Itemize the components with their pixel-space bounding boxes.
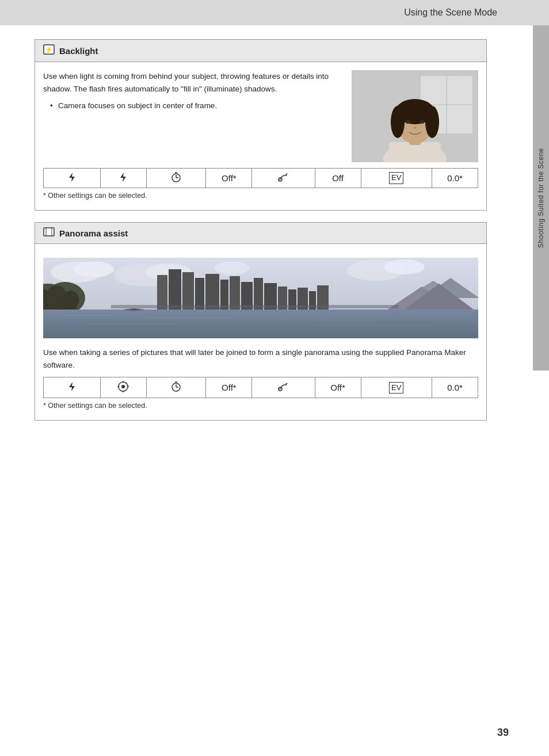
panorama-body: Use when taking a series of pictures tha…	[35, 244, 486, 420]
panorama-setting-flash-icon	[44, 377, 101, 398]
panorama-description: Use when taking a series of pictures tha…	[43, 346, 478, 371]
svg-rect-39	[169, 269, 181, 310]
side-tab-label: Shooting Suited for the Scene	[537, 148, 545, 248]
panorama-setting-macro-value: Off*	[315, 377, 361, 398]
backlight-body: Use when light is coming from behind you…	[35, 62, 486, 210]
panorama-footnote: * Other settings can be selected.	[43, 402, 478, 410]
svg-point-70	[121, 385, 125, 388]
svg-rect-42	[205, 274, 219, 310]
svg-point-13	[406, 120, 410, 124]
panorama-title: Panorama assist	[59, 228, 128, 238]
svg-text:⚡: ⚡	[45, 45, 53, 54]
backlight-bullets: Camera focuses on subject in center of f…	[43, 100, 342, 112]
backlight-setting-timer-value: Off*	[206, 169, 252, 188]
svg-marker-16	[69, 173, 75, 182]
svg-rect-46	[254, 278, 263, 310]
backlight-settings-table: Off* Off EV 0.0*	[43, 168, 478, 188]
backlight-bullet-1: Camera focuses on subject in center of f…	[50, 100, 342, 112]
panorama-setting-timer-value: Off*	[206, 377, 252, 398]
svg-point-58	[63, 291, 79, 309]
backlight-setting-ev-icon: EV	[361, 169, 432, 188]
panorama-setting-ev-value: 0.0*	[432, 377, 478, 398]
svg-marker-17	[120, 173, 126, 182]
backlight-description: Use when light is coming from behind you…	[43, 70, 342, 95]
svg-point-33	[384, 259, 425, 274]
svg-point-31	[215, 261, 249, 275]
svg-rect-44	[230, 276, 240, 310]
backlight-section: ⚡ Backlight Use when light is coming fro…	[35, 39, 487, 211]
backlight-text-area: Use when light is coming from behind you…	[43, 70, 342, 162]
panorama-setting-flash-value: *	[100, 377, 146, 398]
panorama-section: Panorama assist	[35, 222, 487, 421]
backlight-setting-flash-icon	[44, 169, 101, 188]
svg-rect-7	[389, 142, 441, 162]
panorama-settings-table: * Off* Off* EV	[43, 377, 478, 398]
page-number: 39	[497, 727, 509, 739]
backlight-photo	[352, 70, 478, 162]
svg-point-11	[391, 106, 405, 138]
svg-point-14	[420, 120, 424, 124]
page: Using the Scene Mode Shooting Suited for…	[0, 0, 549, 756]
backlight-content-area: Use when light is coming from behind you…	[43, 70, 478, 162]
svg-point-28	[74, 261, 114, 277]
side-tab: Shooting Suited for the Scene	[533, 25, 549, 371]
panorama-setting-timer-icon	[146, 377, 206, 398]
svg-rect-38	[157, 275, 167, 310]
svg-rect-59	[111, 305, 399, 308]
panorama-header: Panorama assist	[35, 223, 486, 244]
svg-rect-23	[44, 228, 54, 236]
backlight-title: Backlight	[59, 46, 98, 56]
svg-rect-40	[182, 272, 194, 310]
backlight-setting-timer-icon	[146, 169, 206, 188]
portrait-background	[352, 70, 478, 162]
backlight-setting-macro-icon	[252, 169, 315, 188]
main-content: ⚡ Backlight Use when light is coming fro…	[0, 25, 533, 446]
svg-point-12	[425, 106, 439, 138]
svg-text:*: *	[125, 381, 127, 386]
backlight-icon: ⚡	[43, 44, 55, 57]
backlight-header: ⚡ Backlight	[35, 40, 486, 62]
backlight-setting-flash-value	[100, 169, 146, 188]
backlight-setting-macro-value: Off	[315, 169, 361, 188]
panorama-photo	[43, 258, 478, 338]
svg-rect-41	[195, 278, 204, 310]
backlight-setting-ev-value: 0.0*	[432, 169, 478, 188]
panorama-setting-ev-icon: EV	[361, 377, 432, 398]
svg-marker-68	[69, 382, 75, 391]
panorama-setting-macro-icon	[252, 377, 315, 398]
backlight-footnote: * Other settings can be selected.	[43, 192, 478, 200]
svg-point-15	[413, 127, 417, 129]
header-bar: Using the Scene Mode	[0, 0, 549, 25]
panorama-icon	[43, 227, 55, 239]
page-title: Using the Scene Mode	[404, 7, 497, 18]
